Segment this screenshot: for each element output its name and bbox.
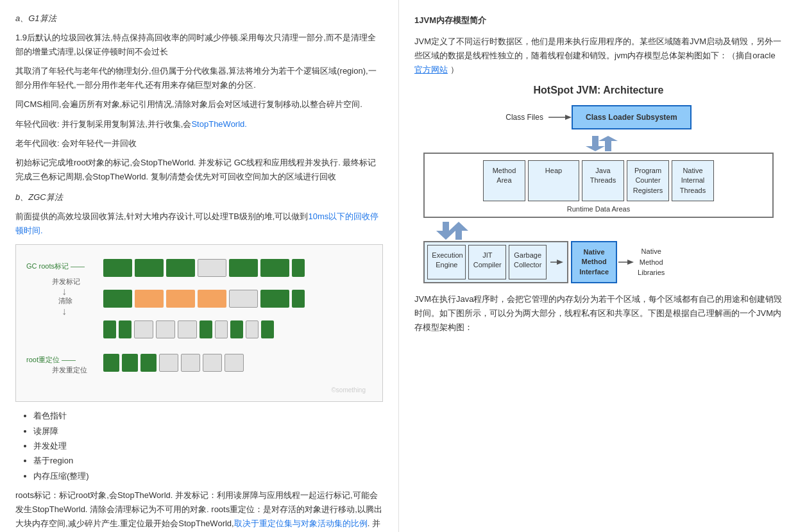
execution-engine-section: ExecutionEngine JITCompiler GarbageColle… [423,241,568,283]
svg-marker-5 [449,222,468,240]
section-a-label: a、G1算法 [15,12,383,26]
para6: 初始标记完成堆root对象的标记,会StopTheWorld. 并发标记 GC线… [15,156,383,184]
runtime-row: MethodArea Heap JavaThreads ProgramCount… [430,160,767,201]
native-internal-box: NativeInternalThreads [672,160,714,201]
jvm-arch-diagram: HotSpot JVM: Architecture Class Files Cl… [414,85,783,283]
jvm-bottom-text: JVM在执行Java程序时，会把它管理的内存划分为若干个区域，每个区域都有自己的… [414,292,783,335]
right-panel: 1JVM内存模型简介 JVM定义了不同运行时数据区，他们是用来执行应用程序的。某… [399,0,798,532]
bullet-item-4: 基于region [33,453,383,468]
jvm-intro-text: JVM定义了不同运行时数据区，他们是用来执行应用程序的。某些区域随着JVM启动及… [414,35,783,77]
oracle-link[interactable]: 官方网站 [414,65,448,74]
left-panel: a、G1算法 1.9后默认的垃圾回收算法,特点保持高回收率的同时减少停顿.采用每… [0,0,399,532]
para8: roots标记：标记root对象,会StopTheWorld. 并发标记：利用读… [15,488,383,532]
native-method-libraries-label: NativeMethodLibraries [638,241,665,283]
svg-marker-9 [627,260,634,265]
bottom-section: ExecutionEngine JITCompiler GarbageColle… [423,241,773,283]
para3: 同CMS相同,会遍历所有对象,标记引用情况,清除对象后会对区域进行复制移动,以整… [15,97,383,112]
native-method-interface-box-container: NativeMethodInterface [571,241,635,283]
bullet-item-1: 着色指针 [33,408,383,423]
section-b-label: b、ZGC算法 [15,190,383,204]
heap-box: Heap [528,160,579,201]
class-loader-box: Class Loader Subsystem [572,105,692,129]
para7: 前面提供的高效垃圾回收算法,针对大堆内存设计,可以处理TB级别的堆,可以做到10… [15,210,383,238]
para5: 老年代回收: 会对年轻代一并回收 [15,137,383,151]
para2: 其取消了年轻代与老年代的物理划分,但仍属于分代收集器,算法将堆分为若干个逻辑区域… [15,64,383,92]
bottom-left-arrows [430,222,468,240]
nmi-arrow [618,258,634,266]
jit-compiler-box: JITCompiler [468,245,506,279]
right-section-title: 1JVM内存模型简介 [414,12,783,28]
right-arrow-to-native [550,258,563,266]
zgc-diagram: GC roots标记 —— 并发标记 ↓ 清除 ↓ [15,244,383,402]
java-threads-box: JavaThreads [582,160,624,201]
execution-engine-box: ExecutionEngine [427,245,466,279]
program-counter-box: ProgramCounterRegisters [627,160,669,201]
arch-diagram-title: HotSpot JVM: Architecture [534,85,664,96]
bullet-item-5: 内存压缩(整理) [33,469,383,483]
class-files-label: Class Files [505,113,543,122]
runtime-label: Runtime Data Areas [430,205,767,213]
garbage-collector-box: GarbageCollector [509,245,547,279]
cls-loader-arrows [573,136,624,151]
runtime-data-areas: MethodArea Heap JavaThreads ProgramCount… [423,153,773,218]
class-files-arrow [548,113,572,121]
bullet-list: 着色指针 读屏障 并发处理 基于region 内存压缩(整理) [15,408,383,483]
svg-marker-7 [557,260,563,265]
bullet-item-2: 读屏障 [33,424,383,438]
svg-marker-3 [598,136,618,151]
bullet-item-3: 并发处理 [33,438,383,453]
svg-marker-2 [586,136,605,151]
para4: 年轻代回收: 并行复制采用复制算法,并行收集,会StopTheWorld. [15,117,383,131]
para1: 1.9后默认的垃圾回收算法,特点保持高回收率的同时减少停顿.采用每次只清理一部分… [15,31,383,59]
method-area-box: MethodArea [483,160,525,201]
native-method-interface-box: NativeMethodInterface [571,241,617,283]
svg-marker-1 [565,115,572,120]
